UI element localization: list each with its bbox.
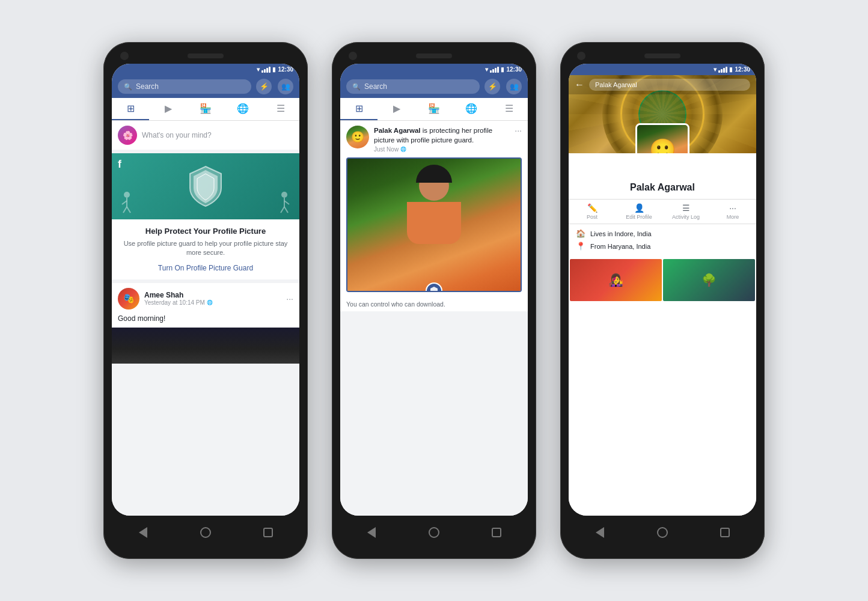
phone2-screen: ▾ ▮ 12:30 🔍 Search ⚡ 👥 xyxy=(340,64,528,516)
tab-menu-2[interactable]: ☰ xyxy=(491,98,528,120)
amee-time: Yesterday at 10:14 PM 🌐 xyxy=(144,299,281,306)
facebook-header-1: 🔍 Search ⚡ 👥 xyxy=(112,75,299,98)
friends-icon[interactable]: 👥 xyxy=(278,79,293,94)
phone-1: ▾ ▮ 12:30 🔍 Search ⚡ xyxy=(103,42,308,559)
signal-icon-2 xyxy=(490,67,499,73)
time-display-3: 12:30 xyxy=(735,66,750,73)
palak-avatar-2[interactable]: 🙂 xyxy=(346,126,369,148)
turn-on-guard-button[interactable]: Turn On Profile Picture Guard xyxy=(120,264,291,272)
palak-post-header: 🙂 Palak Agarwal is protecting her profil… xyxy=(340,121,528,157)
post-text-amee: Good morning! xyxy=(112,314,299,328)
palak-guard-post: 🙂 Palak Agarwal is protecting her profil… xyxy=(340,121,528,311)
post-action-btn[interactable]: ✏️ Post xyxy=(569,203,616,220)
feed-content-1: 🌸 What's on your mind? f xyxy=(112,121,299,516)
post-placeholder-text[interactable]: What's on your mind? xyxy=(142,131,212,139)
messenger-icon[interactable]: ⚡ xyxy=(256,79,272,94)
post-image-amee xyxy=(112,328,299,364)
photo-thumb-2[interactable]: 🌳 xyxy=(663,259,755,301)
palak-photo xyxy=(347,159,521,291)
facebook-header-2: 🔍 Search ⚡ 👥 xyxy=(340,75,528,98)
friends-icon-2[interactable]: 👥 xyxy=(506,79,522,94)
edit-profile-label: Edit Profile xyxy=(626,214,652,220)
phone-3: ▾ ▮ 12:30 xyxy=(560,42,765,559)
profile-guard-card: f xyxy=(112,153,299,279)
back-arrow-3[interactable]: ← xyxy=(575,79,584,90)
tab-globe[interactable]: 🌐 xyxy=(224,98,261,120)
back-btn-3[interactable] xyxy=(593,526,607,539)
search-bar-2[interactable]: 🔍 Search xyxy=(346,79,480,94)
signal-icon-3 xyxy=(718,67,727,73)
profile-avatar-large[interactable]: 🙂 xyxy=(635,123,689,153)
activity-log-icon: ☰ xyxy=(682,203,690,213)
figure-right xyxy=(278,190,290,216)
more-label: More xyxy=(727,214,739,220)
figure-left xyxy=(121,190,133,216)
back-btn-1[interactable] xyxy=(136,526,150,539)
home-btn-3[interactable] xyxy=(656,526,669,539)
amee-avatar[interactable]: 🎭 xyxy=(118,288,139,310)
speaker-3 xyxy=(644,53,680,58)
status-bar-2: ▾ ▮ 12:30 xyxy=(340,64,528,75)
phone-2: ▾ ▮ 12:30 🔍 Search ⚡ 👥 xyxy=(332,42,536,559)
tab-marketplace[interactable]: 🏪 xyxy=(187,98,224,120)
svg-point-0 xyxy=(124,192,130,198)
tab-newsfeed[interactable]: ⊞ xyxy=(112,98,149,120)
tab-menu[interactable]: ☰ xyxy=(262,98,299,120)
post-more-btn[interactable]: ··· xyxy=(286,294,293,304)
svg-point-5 xyxy=(281,192,287,198)
status-icons: ▾ ▮ 12:30 xyxy=(257,66,293,73)
globe-icon-palak: 🌐 xyxy=(400,147,406,152)
tab-video[interactable]: ▶ xyxy=(149,98,186,120)
front-camera-2 xyxy=(349,52,357,60)
tab-newsfeed-2[interactable]: ⊞ xyxy=(340,98,377,120)
amee-meta: Amee Shah Yesterday at 10:14 PM 🌐 xyxy=(144,291,281,306)
search-bar-1[interactable]: 🔍 Search xyxy=(118,79,251,94)
from-text: From Haryana, India xyxy=(590,243,650,250)
home-btn-1[interactable] xyxy=(199,526,212,539)
edit-profile-btn[interactable]: 👤 Edit Profile xyxy=(616,203,662,220)
activity-log-btn[interactable]: ☰ Activity Log xyxy=(662,203,709,220)
phone1-screen: ▾ ▮ 12:30 🔍 Search ⚡ xyxy=(112,64,299,516)
wifi-icon-3: ▾ xyxy=(714,66,717,73)
status-icons-3: ▾ ▮ 12:30 xyxy=(714,66,750,73)
recents-btn-2[interactable] xyxy=(490,526,503,539)
home-btn-2[interactable] xyxy=(427,526,441,539)
profile-search-bar[interactable]: Palak Agarwal xyxy=(589,79,750,91)
activity-log-label: Activity Log xyxy=(672,214,700,220)
back-btn-2[interactable] xyxy=(365,526,378,539)
speaker xyxy=(188,53,224,58)
signal-icon xyxy=(261,67,270,73)
palak-post-meta: Palak Agarwal is protecting her profile … xyxy=(374,126,510,153)
wifi-icon-2: ▾ xyxy=(485,66,488,73)
nav-tabs-2: ⊞ ▶ 🏪 🌐 ☰ xyxy=(340,98,528,121)
header-icons-1: ⚡ 👥 xyxy=(256,79,293,94)
person-figure xyxy=(407,171,461,244)
tab-video-2[interactable]: ▶ xyxy=(377,98,415,120)
palak-post-text: Palak Agarwal is protecting her profile … xyxy=(374,126,510,145)
palak-post-time: Just Now 🌐 xyxy=(374,146,510,153)
profile-actions: ✏️ Post 👤 Edit Profile ☰ Activity Log ··… xyxy=(569,199,756,224)
search-icon-1: 🔍 xyxy=(124,83,132,91)
battery-icon-3: ▮ xyxy=(729,66,733,73)
status-bar-1: ▾ ▮ 12:30 xyxy=(112,64,299,75)
palak-more-btn[interactable]: ··· xyxy=(515,126,522,135)
amee-name[interactable]: Amee Shah xyxy=(144,291,281,299)
download-control-text: You can control who can download. xyxy=(340,292,528,311)
tab-marketplace-2[interactable]: 🏪 xyxy=(415,98,453,120)
tab-globe-2[interactable]: 🌐 xyxy=(453,98,490,120)
speaker-2 xyxy=(416,53,452,58)
svg-line-4 xyxy=(127,207,130,213)
post-icon: ✏️ xyxy=(587,203,598,213)
post-label: Post xyxy=(587,214,598,220)
recents-btn-3[interactable] xyxy=(718,526,732,539)
lives-in-item: 🏠 Lives in Indore, India xyxy=(576,229,749,238)
photo-thumb-1[interactable]: 👩‍🎤 xyxy=(570,259,662,301)
phone3-bottom-bar xyxy=(569,516,756,546)
shield-icon-large xyxy=(188,165,224,207)
recents-btn-1[interactable] xyxy=(261,526,275,539)
front-camera xyxy=(120,52,129,60)
svg-line-3 xyxy=(123,207,127,213)
messenger-icon-2[interactable]: ⚡ xyxy=(484,79,500,94)
more-btn[interactable]: ··· More xyxy=(709,203,756,220)
post-amee-shah: 🎭 Amee Shah Yesterday at 10:14 PM 🌐 ··· … xyxy=(112,283,299,364)
